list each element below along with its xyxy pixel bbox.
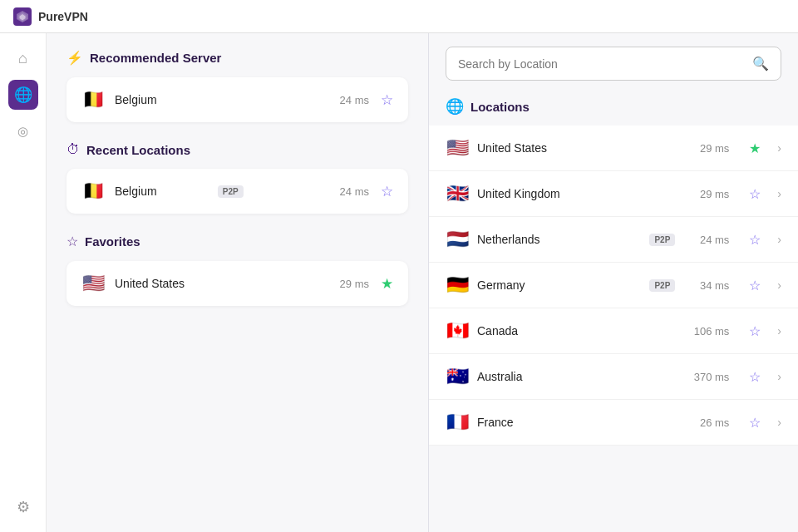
locations-list: 🇺🇸 United States 29 ms ★ › 🇬🇧 United Kin…: [429, 126, 798, 532]
favorite-card-0[interactable]: 🇺🇸 United States 29 ms ★: [66, 261, 408, 306]
location-p2p-badge-2: P2P: [649, 234, 675, 246]
clock-icon: ⏱: [66, 142, 80, 157]
favorites-title: Favorites: [85, 234, 140, 249]
settings-icon: ⚙: [17, 498, 30, 516]
sidebar-item-home[interactable]: ⌂: [8, 43, 38, 73]
recent-star-0[interactable]: ☆: [381, 183, 393, 200]
location-star-1[interactable]: ☆: [749, 186, 761, 202]
main-layout: ⌂ 🌐 ◎ ⚙ ⚡ Recommended Server 🇧🇪 Belgium …: [0, 33, 798, 532]
location-name-2: Netherlands: [477, 233, 641, 246]
purevpn-logo-icon: [13, 7, 32, 26]
recent-title: Recent Locations: [86, 143, 190, 157]
chevron-icon-5: ›: [777, 370, 781, 383]
location-ping-5: 370 ms: [683, 371, 729, 383]
locations-header: 🌐 Locations: [429, 94, 798, 126]
location-flag-5: 🇦🇺: [446, 366, 469, 387]
lightning-icon: ⚡: [66, 50, 83, 66]
location-name-4: Canada: [477, 324, 675, 337]
location-star-5[interactable]: ☆: [749, 369, 761, 385]
location-ping-1: 29 ms: [683, 188, 729, 200]
location-star-0[interactable]: ★: [749, 140, 761, 156]
recent-section-header: ⏱ Recent Locations: [66, 142, 408, 157]
recent-section: ⏱ Recent Locations 🇧🇪 Belgium P2P 24 ms …: [66, 142, 408, 214]
sidebar: ⌂ 🌐 ◎ ⚙: [0, 33, 47, 532]
location-row-0[interactable]: 🇺🇸 United States 29 ms ★ ›: [429, 126, 798, 171]
right-panel: 🔍 🌐 Locations 🇺🇸 United States 29 ms ★ ›…: [429, 33, 798, 532]
location-flag-2: 🇳🇱: [446, 229, 469, 250]
location-row-3[interactable]: 🇩🇪 Germany P2P 34 ms ☆ ›: [429, 263, 798, 308]
chevron-icon-2: ›: [777, 233, 781, 246]
location-row-1[interactable]: 🇬🇧 United Kingdom 29 ms ☆ ›: [429, 171, 798, 217]
location-ping-4: 106 ms: [683, 325, 729, 337]
globe-nav-icon: 🌐: [14, 86, 32, 104]
location-p2p-badge-3: P2P: [649, 279, 675, 292]
recommended-name: Belgium: [115, 93, 340, 106]
search-bar[interactable]: 🔍: [446, 47, 781, 81]
location-ping-2: 24 ms: [683, 234, 729, 246]
favorites-section: ☆ Favorites 🇺🇸 United States 29 ms ★: [66, 234, 408, 306]
search-container: 🔍: [429, 33, 798, 94]
recommended-server-card[interactable]: 🇧🇪 Belgium 24 ms ☆: [66, 77, 408, 122]
sidebar-item-locations[interactable]: 🌐: [8, 80, 38, 110]
location-star-2[interactable]: ☆: [749, 232, 761, 248]
location-flag-6: 🇫🇷: [446, 411, 469, 433]
location-ping-0: 29 ms: [683, 142, 729, 155]
location-ping-6: 26 ms: [683, 416, 729, 429]
favorite-name-0: United States: [115, 277, 340, 290]
globe-icon: 🌐: [446, 97, 464, 116]
favorite-flag-0: 🇺🇸: [81, 273, 105, 294]
recommended-section-header: ⚡ Recommended Server: [66, 50, 408, 66]
recent-ping-0: 24 ms: [340, 185, 369, 198]
headset-icon: ◎: [17, 124, 28, 139]
location-flag-1: 🇬🇧: [446, 183, 469, 204]
location-row-2[interactable]: 🇳🇱 Netherlands P2P 24 ms ☆ ›: [429, 217, 798, 263]
recent-p2p-badge-0: P2P: [218, 185, 244, 198]
chevron-icon-3: ›: [777, 278, 781, 292]
recent-name-0: Belgium: [115, 185, 211, 198]
title-bar: PureVPN: [0, 0, 798, 33]
chevron-icon-6: ›: [777, 416, 781, 429]
location-flag-3: 🇩🇪: [446, 274, 469, 296]
recent-flag-0: 🇧🇪: [81, 180, 105, 202]
chevron-icon-4: ›: [777, 324, 781, 337]
app-title: PureVPN: [38, 10, 88, 23]
star-section-icon: ☆: [66, 234, 78, 249]
location-row-6[interactable]: 🇫🇷 France 26 ms ☆ ›: [429, 400, 798, 446]
location-name-5: Australia: [477, 370, 675, 383]
app-logo: PureVPN: [13, 7, 88, 26]
location-name-1: United Kingdom: [477, 187, 675, 200]
chevron-icon-0: ›: [777, 141, 781, 155]
sidebar-item-settings[interactable]: ⚙: [8, 492, 38, 522]
home-icon: ⌂: [18, 50, 27, 67]
location-flag-0: 🇺🇸: [446, 137, 469, 159]
location-star-3[interactable]: ☆: [749, 278, 761, 293]
search-icon[interactable]: 🔍: [752, 56, 769, 71]
favorite-star-0[interactable]: ★: [381, 275, 393, 293]
location-row-5[interactable]: 🇦🇺 Australia 370 ms ☆ ›: [429, 354, 798, 400]
search-input[interactable]: [458, 57, 744, 71]
location-ping-3: 34 ms: [683, 279, 729, 292]
favorite-ping-0: 29 ms: [340, 278, 369, 290]
locations-title: Locations: [470, 100, 530, 114]
location-row-4[interactable]: 🇨🇦 Canada 106 ms ☆ ›: [429, 308, 798, 354]
recent-location-card-0[interactable]: 🇧🇪 Belgium P2P 24 ms ☆: [66, 169, 408, 214]
location-name-6: France: [477, 416, 675, 429]
recommended-ping: 24 ms: [340, 94, 369, 106]
left-panel: ⚡ Recommended Server 🇧🇪 Belgium 24 ms ☆ …: [47, 33, 429, 532]
location-name-0: United States: [477, 141, 675, 155]
location-name-3: Germany: [477, 278, 641, 292]
location-star-6[interactable]: ☆: [749, 415, 761, 431]
favorites-section-header: ☆ Favorites: [66, 234, 408, 249]
location-star-4[interactable]: ☆: [749, 323, 761, 339]
recommended-flag: 🇧🇪: [81, 89, 105, 111]
sidebar-item-support[interactable]: ◎: [8, 116, 38, 146]
location-flag-4: 🇨🇦: [446, 320, 469, 342]
chevron-icon-1: ›: [777, 187, 781, 200]
recommended-title: Recommended Server: [90, 51, 221, 65]
recommended-star[interactable]: ☆: [381, 91, 393, 109]
